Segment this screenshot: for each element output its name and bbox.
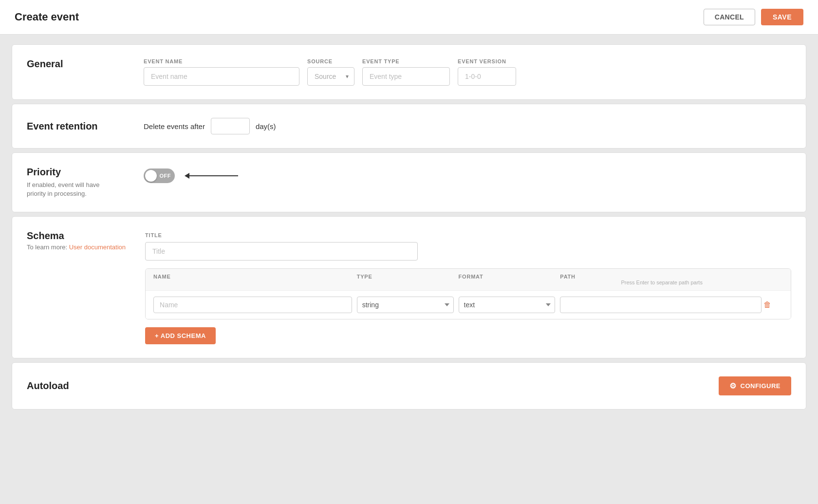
event-type-label: EVENT TYPE [362,58,450,64]
event-type-group: EVENT TYPE [362,58,450,86]
schema-cell-type: string integer boolean array object [357,297,459,313]
schema-title-label: TITLE [145,232,162,238]
schema-left: Schema To learn more: User documentation [27,230,126,251]
schema-right: TITLE NAME TYPE FORMAT PATH Press Enter … [145,230,791,344]
source-select[interactable]: Source [307,67,354,86]
retention-days-input[interactable] [211,118,250,134]
delete-schema-row-button[interactable]: 🗑 [763,300,771,309]
retention-content: Delete events after day(s) [144,118,276,134]
add-schema-button[interactable]: + ADD SCHEMA [145,327,216,344]
general-section: General EVENT NAME SOURCE Source ▾ [12,44,806,100]
priority-toggle[interactable]: OFF [144,168,175,183]
toggle-state-label: OFF [160,173,171,179]
event-retention-section: Event retention Delete events after day(… [12,104,806,149]
priority-section: Priority If enabled, event will have pri… [12,152,806,212]
schema-title-input[interactable] [145,242,418,261]
event-version-label: EVENT VERSION [458,58,516,64]
source-label: SOURCE [307,58,354,64]
autoload-section: Autoload ⚙ CONFIGURE [12,362,806,410]
priority-subtitle: If enabled, event will have priority in … [27,181,114,198]
autoload-title: Autoload [27,380,124,392]
col-header-format: FORMAT [459,274,560,285]
event-name-group: EVENT NAME [144,58,299,86]
autoload-layout: Autoload ⚙ CONFIGURE [27,376,791,395]
page-title: Create event [15,11,79,23]
col-header-path-wrapper: PATH Press Enter to separate path parts [560,274,763,285]
main-content: General EVENT NAME SOURCE Source ▾ [0,35,818,419]
arrow-head-icon [185,173,189,179]
schema-path-input[interactable] [560,297,762,313]
schema-cell-format: text date datetime email uri [459,297,560,313]
priority-left: Priority If enabled, event will have pri… [27,167,124,198]
arrow-line [189,175,238,176]
schema-cell-delete: 🗑 [763,300,783,309]
source-group: SOURCE Source ▾ [307,58,354,86]
schema-table: NAME TYPE FORMAT PATH Press Enter to sep… [145,268,791,319]
schema-doc-link[interactable]: User documentation [69,243,126,251]
toggle-knob [145,170,157,182]
col-header-name: NAME [153,274,357,285]
retention-label-after: day(s) [256,122,276,131]
event-name-input[interactable] [144,67,299,86]
cancel-button[interactable]: CANCEL [704,9,755,25]
save-button[interactable]: SAVE [761,9,803,25]
schema-title-field-group: TITLE [145,230,791,261]
header-actions: CANCEL SAVE [704,9,803,25]
priority-toggle-area: OFF [144,168,238,183]
event-version-input[interactable] [458,67,516,86]
schema-name-input[interactable] [153,297,352,313]
schema-cell-name [153,297,357,313]
configure-label: CONFIGURE [741,382,781,390]
schema-table-row: string integer boolean array object text… [146,290,791,319]
event-name-label: EVENT NAME [144,58,299,64]
trash-icon: 🗑 [763,300,771,309]
col-header-path: PATH [560,274,763,280]
event-type-input[interactable] [362,67,450,86]
general-fields: EVENT NAME SOURCE Source ▾ EVENT TYPE [144,58,791,86]
arrow-indicator [185,173,238,179]
retention-label-before: Delete events after [144,122,205,131]
event-retention-title: Event retention [27,121,124,132]
schema-format-select[interactable]: text date datetime email uri [459,297,556,313]
schema-cell-path [560,297,763,313]
schema-title: Schema [27,230,126,242]
event-version-group: EVENT VERSION [458,58,516,86]
source-select-wrapper: Source ▾ [307,67,354,86]
schema-type-select[interactable]: string integer boolean array object [357,297,454,313]
configure-icon: ⚙ [729,381,737,391]
priority-title: Priority [27,167,124,178]
col-header-type: TYPE [357,274,459,285]
schema-learn-more-text: To learn more: [27,243,67,251]
general-title: General [27,58,124,70]
schema-table-header: NAME TYPE FORMAT PATH Press Enter to sep… [146,269,791,290]
configure-button[interactable]: ⚙ CONFIGURE [719,376,791,395]
schema-section: Schema To learn more: User documentation… [12,216,806,358]
page-header: Create event CANCEL SAVE [0,0,818,35]
col-header-path-hint: Press Enter to separate path parts [621,280,703,285]
schema-learn-more: To learn more: User documentation [27,243,126,251]
